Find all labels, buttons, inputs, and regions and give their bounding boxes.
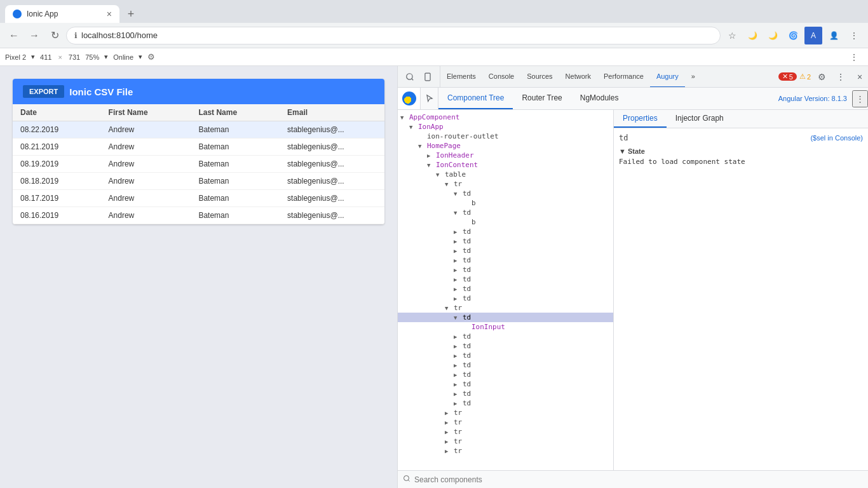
tree-toggle-icon[interactable]: ▶ [454, 229, 461, 235]
tree-item[interactable]: ion-router-outlet [398, 132, 613, 141]
back-button[interactable]: ← [5, 27, 23, 44]
tree-toggle-icon[interactable]: ▶ [445, 438, 452, 445]
more-button[interactable]: ⋮ [845, 27, 863, 44]
augury-tab-ngmodules[interactable]: NgModules [571, 88, 628, 109]
tree-item[interactable]: ▶td [398, 255, 613, 265]
tree-toggle-icon[interactable]: ▼ [436, 172, 444, 178]
active-tab[interactable]: Ionic App × [5, 5, 119, 23]
device-mode-button[interactable] [419, 69, 436, 85]
tree-item[interactable]: ▶IonHeader [398, 151, 613, 160]
tab-sources[interactable]: Sources [520, 66, 559, 87]
extension2-button[interactable]: 🌙 [764, 27, 782, 44]
tree-item[interactable]: ▶td [398, 246, 613, 255]
tree-item[interactable]: ▶td [398, 360, 613, 370]
tree-item[interactable]: ▶td [398, 236, 613, 246]
tree-item[interactable]: ▼td [398, 313, 613, 322]
tree-item[interactable]: ▶td [398, 284, 613, 294]
devtools-close-button[interactable]: × [851, 69, 868, 85]
tree-item[interactable]: ▼td [398, 189, 613, 198]
search-input[interactable] [414, 475, 863, 484]
tree-item[interactable]: IonInput [398, 322, 613, 332]
new-tab-button[interactable]: + [122, 5, 140, 23]
tree-item[interactable]: ▶td [398, 274, 613, 284]
tree-toggle-icon[interactable]: ▼ [427, 162, 435, 168]
more-tabs-button[interactable]: » [685, 66, 702, 87]
tree-item[interactable]: ▶td [398, 379, 613, 389]
tree-toggle-icon[interactable]: ▶ [454, 334, 461, 340]
tree-toggle-icon[interactable]: ▶ [454, 238, 461, 245]
devtools-settings-button[interactable]: ⚙ [813, 69, 830, 85]
tree-item[interactable]: ▶td [398, 398, 613, 408]
table-row[interactable]: 08.21.2019AndrewBatemanstablegenius@... [13, 139, 384, 156]
tree-item[interactable]: ▼AppComponent [398, 112, 613, 122]
tree-toggle-icon[interactable]: ▶ [454, 381, 461, 388]
tree-toggle-icon[interactable]: ▶ [454, 391, 461, 397]
table-row[interactable]: 08.18.2019AndrewBatemanstablegenius@... [13, 173, 384, 190]
address-bar[interactable]: ℹ localhost:8100/home [66, 27, 721, 44]
tree-toggle-icon[interactable]: ▶ [454, 400, 461, 407]
tree-item[interactable]: ▶tr [398, 408, 613, 417]
tree-toggle-icon[interactable]: ▶ [454, 286, 461, 292]
prop-console-link[interactable]: ($sel in Console) [810, 134, 863, 142]
tree-toggle-icon[interactable]: ▶ [445, 429, 452, 435]
bookmark-button[interactable]: ☆ [723, 27, 741, 44]
tree-toggle-icon[interactable]: ▼ [454, 191, 461, 197]
tree-item[interactable]: ▼tr [398, 179, 613, 189]
tree-item[interactable]: ▶td [398, 389, 613, 398]
tree-item[interactable]: ▼td [398, 208, 613, 217]
extension1-button[interactable]: 🌙 [743, 27, 761, 44]
tab-console[interactable]: Console [482, 66, 520, 87]
tree-item[interactable]: ▶tr [398, 437, 613, 446]
tree-toggle-icon[interactable]: ▶ [445, 410, 452, 416]
augury-tab-router-tree[interactable]: Router Tree [513, 88, 571, 109]
tree-toggle-icon[interactable]: ▶ [454, 295, 461, 302]
tab-augury[interactable]: Augury [650, 66, 685, 87]
forward-button[interactable]: → [25, 27, 43, 44]
tree-item[interactable]: ▶td [398, 351, 613, 360]
tab-network[interactable]: Network [559, 66, 597, 87]
tree-item[interactable]: b [398, 217, 613, 227]
extension3-button[interactable]: 🌀 [784, 27, 802, 44]
tree-item[interactable]: ▶tr [398, 417, 613, 427]
properties-tab-properties[interactable]: Properties [614, 110, 667, 128]
tree-toggle-icon[interactable]: ▼ [445, 181, 452, 187]
tree-item[interactable]: ▼HomePage [398, 141, 613, 151]
tree-item[interactable]: ▼IonContent [398, 160, 613, 170]
tree-item[interactable]: ▶tr [398, 446, 613, 456]
tree-toggle-icon[interactable]: ▶ [454, 276, 461, 283]
device-more-button[interactable]: ⚙ [147, 52, 155, 62]
tree-item[interactable]: ▶td [398, 265, 613, 274]
tree-toggle-icon[interactable]: ▶ [427, 152, 435, 159]
tree-toggle-icon[interactable]: ▶ [454, 362, 461, 369]
cursor-icon[interactable] [421, 88, 438, 109]
augury-tab-component-tree[interactable]: Component Tree [438, 88, 513, 109]
tree-toggle-icon[interactable]: ▶ [445, 419, 452, 426]
tree-toggle-icon[interactable]: ▶ [454, 353, 461, 359]
tab-elements[interactable]: Elements [440, 66, 482, 87]
tree-item[interactable]: ▼IonApp [398, 122, 613, 132]
table-row[interactable]: 08.19.2019AndrewBatemanstablegenius@... [13, 156, 384, 173]
tree-toggle-icon[interactable]: ▼ [418, 143, 426, 149]
tree-toggle-icon[interactable]: ▶ [454, 343, 461, 349]
tree-item[interactable]: ▶td [398, 370, 613, 379]
devtools-more-button[interactable]: ⋮ [832, 69, 849, 85]
profile-button[interactable]: 👤 [825, 27, 843, 44]
export-button[interactable]: EXPORT [23, 85, 64, 98]
tree-item[interactable]: ▶tr [398, 427, 613, 437]
tree-toggle-icon[interactable]: ▶ [454, 267, 461, 273]
tree-item[interactable]: ▶td [398, 341, 613, 351]
tree-toggle-icon[interactable]: ▶ [454, 372, 461, 378]
table-row[interactable]: 08.16.2019AndrewBatemanstablegenius@... [13, 207, 384, 224]
tree-toggle-icon[interactable]: ▼ [409, 124, 417, 130]
tree-toggle-icon[interactable]: ▼ [400, 114, 408, 121]
tree-item[interactable]: b [398, 198, 613, 208]
tree-toggle-icon[interactable]: ▶ [445, 448, 452, 454]
tree-toggle-icon[interactable]: ▶ [454, 257, 461, 264]
tree-toggle-icon[interactable]: ▼ [454, 210, 461, 216]
tree-toggle-icon[interactable]: ▼ [445, 305, 452, 311]
tree-toggle-icon[interactable]: ▶ [454, 248, 461, 254]
inspect-button[interactable] [402, 69, 418, 85]
toolbar-more-button[interactable]: ⋮ [845, 48, 863, 66]
tree-item[interactable]: ▼table [398, 170, 613, 179]
tree-item[interactable]: ▶td [398, 294, 613, 303]
